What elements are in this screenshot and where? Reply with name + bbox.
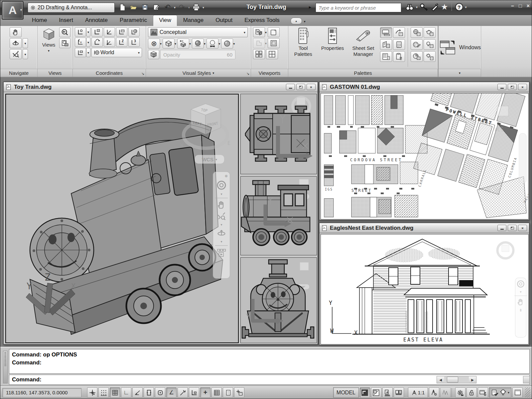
save-as-button[interactable]: [151, 2, 161, 12]
status-toggle-ducs[interactable]: [189, 387, 199, 398]
status-toggle-grid[interactable]: [110, 387, 120, 398]
undo-dropdown-caret[interactable]: ▾: [174, 6, 176, 9]
annotation-scale-button[interactable]: 1:1: [408, 387, 428, 398]
ucs-view-button[interactable]: [116, 27, 127, 37]
viewport-front-view[interactable]: [240, 257, 317, 343]
tool-palettes-button[interactable]: Tool Palettes: [290, 27, 316, 67]
gastown-restore-button[interactable]: [508, 84, 517, 90]
previous-view-button[interactable]: [59, 27, 70, 37]
external-references-button[interactable]: [393, 27, 405, 38]
coordinate-readout[interactable]: 118.1160, 147.3573, 0.0000: [2, 388, 81, 397]
clean-screen-button[interactable]: [512, 387, 523, 398]
dbconnect-button[interactable]: [411, 27, 423, 38]
model-space-button[interactable]: MODEL: [333, 387, 359, 398]
workspace-switcher-dropdown[interactable]: 2D Drafting & Annota... ▾: [28, 3, 115, 13]
tab-output[interactable]: Output: [210, 15, 238, 26]
minimize-button[interactable]: –: [511, 3, 514, 9]
clip-viewport-button[interactable]: [253, 38, 265, 48]
status-toggle-selection-cycling[interactable]: [234, 387, 244, 398]
help-dropdown-caret[interactable]: ▾: [465, 5, 467, 9]
open-drawing-button[interactable]: [129, 2, 139, 12]
navbar-orbit-icon[interactable]: [217, 228, 226, 238]
ucs-previous-button[interactable]: [91, 38, 103, 47]
eaglesnest-restore-button[interactable]: [508, 225, 517, 231]
shadows-button[interactable]: [192, 39, 204, 49]
resize-grip[interactable]: [525, 387, 530, 398]
culling-button[interactable]: [148, 50, 159, 59]
view-manager-button[interactable]: [59, 38, 70, 48]
ribbon-minimize-button[interactable]: ▴: [291, 18, 302, 24]
status-toggle-angle[interactable]: ∠: [166, 387, 177, 398]
status-toggle-ortho[interactable]: ∟: [121, 387, 131, 398]
viewport-3d-main[interactable]: Y Z X TOP LEFT FRONT W E: [5, 94, 239, 343]
sun-properties-button[interactable]: [424, 51, 436, 62]
annotation-visibility-button[interactable]: [429, 387, 439, 398]
steering-wheel-icon[interactable]: [216, 180, 226, 190]
navigation-bar[interactable]: ⊗ ▾ ▾ ▾: [213, 172, 230, 279]
undo-button[interactable]: ↶: [163, 2, 173, 12]
save-button[interactable]: [140, 2, 150, 12]
hidden-caret[interactable]: ▾: [175, 42, 176, 46]
switch-windows-icon[interactable]: [439, 39, 457, 57]
command-history[interactable]: Command: op OPTIONS Command:: [9, 349, 530, 374]
hardware-acceleration-button[interactable]: [478, 387, 488, 398]
xray-caret[interactable]: ▾: [218, 42, 220, 46]
search-binoculars-icon[interactable]: [405, 3, 414, 11]
application-menu-button[interactable]: A ▾: [2, 1, 24, 20]
zoom-extents-button[interactable]: [10, 49, 22, 59]
ucs-world-axis-button[interactable]: [104, 27, 115, 37]
child-window-toy-train[interactable]: Toy Train.dwg ×: [3, 81, 318, 345]
communication-center-icon[interactable]: [430, 3, 439, 11]
toy-train-restore-button[interactable]: [296, 84, 305, 90]
eaglesnest-minimize-button[interactable]: [497, 225, 506, 231]
status-toggle-3dosnap[interactable]: [155, 387, 165, 398]
gastown-minimize-button[interactable]: [497, 84, 506, 90]
coordinates-dialog-launcher-icon[interactable]: ↘: [141, 71, 144, 76]
views-button[interactable]: Views ▾: [40, 27, 58, 67]
clip-caret[interactable]: ▾: [265, 42, 267, 45]
ribbon-minimize-caret[interactable]: ▾: [304, 20, 306, 23]
xray-button[interactable]: [206, 39, 218, 49]
ucs-icon-caret[interactable]: ▾: [86, 27, 90, 37]
navbar-wheel-caret[interactable]: ▾: [220, 192, 222, 196]
opacity-slider[interactable]: Opacity 60: [160, 50, 235, 59]
visual-styles-manager-button[interactable]: [411, 39, 423, 50]
windows-panel-caret[interactable]: ▾: [459, 71, 461, 75]
status-toggle-osnap[interactable]: [144, 387, 154, 398]
ucs-world-dropdown[interactable]: World ▾: [91, 48, 142, 57]
new-drawing-button[interactable]: [117, 2, 127, 12]
visual-styles-panel-caret[interactable]: ▾: [212, 71, 214, 75]
viewport-2x2-button[interactable]: [266, 49, 278, 59]
help-search-input[interactable]: [316, 3, 401, 12]
ucs-object-caret[interactable]: ▾: [86, 48, 90, 57]
wcs-dropdown[interactable]: WCS ▾: [195, 155, 224, 164]
navbar-zoom-icon[interactable]: [217, 211, 226, 221]
eaglesnest-titlebar[interactable]: EaglesNest East Elevation.dwg ×: [320, 223, 529, 233]
orbit-button[interactable]: [10, 38, 22, 48]
command-hscrollbar[interactable]: ◀ ▶: [437, 376, 476, 383]
child-window-gastown[interactable]: GASTOWN 01.dwg ×: [319, 81, 530, 220]
close-button[interactable]: ×: [527, 3, 530, 9]
status-toggle-otrack[interactable]: [178, 387, 188, 398]
toy-train-minimize-button[interactable]: [286, 84, 295, 90]
ucs-z-axis-button[interactable]: Z: [116, 38, 127, 47]
zoom-dropdown-caret[interactable]: ▾: [23, 49, 28, 59]
new-viewport-button[interactable]: [268, 27, 280, 37]
search-dropdown-caret[interactable]: ▾: [416, 5, 418, 9]
sheet-set-manager-button[interactable]: Sheet Set Manager: [349, 27, 377, 67]
pan-button[interactable]: [10, 27, 22, 37]
restore-button[interactable]: □: [519, 3, 522, 9]
search-flyout-arrow-icon[interactable]: ▸: [309, 4, 311, 10]
shadows-caret[interactable]: ▾: [204, 42, 205, 46]
navbar-zoom-caret[interactable]: ▾: [220, 223, 222, 226]
annotation-autoscale-button[interactable]: [440, 387, 451, 398]
favorites-star-icon[interactable]: ★: [441, 2, 448, 12]
status-toggle-lwt[interactable]: [211, 387, 222, 398]
viewport-gastown-map[interactable]: CORDOVA STREET STREET: [321, 93, 529, 219]
visual-styles-dialog-launcher-icon[interactable]: ↘: [246, 71, 249, 76]
steering-wheel-icon[interactable]: [517, 280, 525, 288]
quick-view-layouts-button[interactable]: [382, 387, 393, 398]
quickcalc-button[interactable]: [393, 39, 405, 50]
face-style-caret[interactable]: ▾: [189, 42, 191, 46]
layout-tab-button[interactable]: [371, 387, 381, 398]
